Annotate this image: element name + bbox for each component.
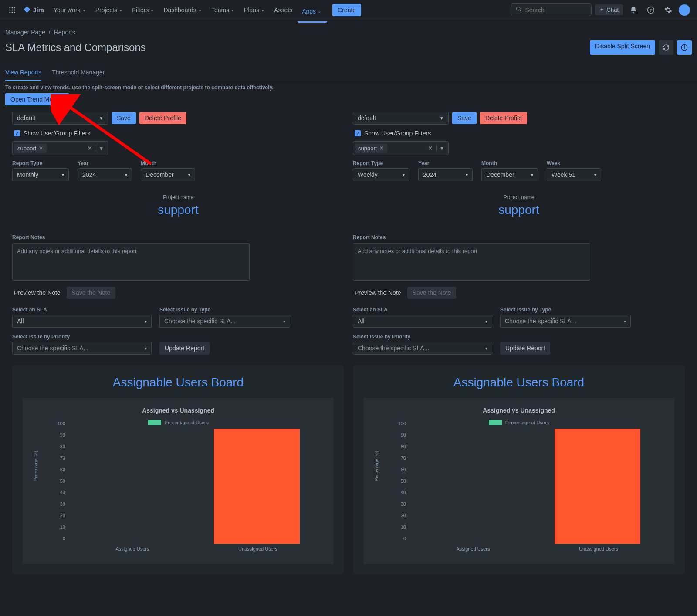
search-input[interactable]: [525, 7, 587, 14]
nav-item-filters[interactable]: Filters⌄: [128, 4, 158, 16]
app-switcher-icon[interactable]: [7, 5, 17, 15]
refresh-button[interactable]: [659, 40, 673, 55]
update-report-left[interactable]: Update Report: [159, 342, 210, 355]
tag-clear-icon[interactable]: ✕: [84, 145, 96, 152]
notes-label: Report Notes: [353, 234, 685, 240]
notes-label: Report Notes: [12, 234, 344, 240]
issue-type-select-left[interactable]: Choose the specific SLA...▾: [159, 315, 290, 328]
year-label: Year: [78, 160, 132, 166]
logo-text: Jira: [33, 7, 44, 14]
month-select-right[interactable]: December▾: [481, 168, 538, 181]
project-name-right: support: [353, 203, 685, 217]
svg-point-7: [12, 11, 13, 13]
chart-card-title: Assignable Users Board: [363, 376, 674, 389]
save-button-left[interactable]: Save: [112, 112, 136, 124]
y-tick: 0: [63, 536, 65, 541]
disable-split-button[interactable]: Disable Split Screen: [590, 40, 655, 55]
priority-select-left[interactable]: Choose the specific SLA...▾: [12, 342, 152, 355]
month-label: Month: [481, 160, 538, 166]
filter-tag-select-left[interactable]: support ✕ ✕ ▾: [12, 141, 108, 155]
breadcrumb-manager[interactable]: Manager Page: [5, 29, 45, 36]
save-button-right[interactable]: Save: [452, 112, 477, 124]
preview-note-right[interactable]: Preview the Note: [353, 287, 403, 299]
top-nav: Jira Your work⌄Projects⌄Filters⌄Dashboar…: [0, 0, 697, 20]
y-tick: 100: [58, 421, 65, 426]
info-button[interactable]: [677, 40, 692, 55]
y-tick: 30: [401, 501, 406, 507]
week-select-right[interactable]: Week 51▾: [547, 168, 601, 181]
nav-item-projects[interactable]: Projects⌄: [91, 4, 127, 16]
nav-item-your-work[interactable]: Your work⌄: [49, 4, 90, 16]
y-tick: 20: [401, 513, 406, 518]
filter-tag-select-right[interactable]: support ✕ ✕ ▾: [353, 141, 449, 155]
priority-select-right[interactable]: Choose the specific SLA...▾: [353, 342, 492, 355]
create-button[interactable]: Create: [332, 4, 361, 16]
report-type-label: Report Type: [12, 160, 69, 166]
y-tick: 30: [60, 501, 65, 507]
profile-select-left[interactable]: default ▼: [12, 112, 108, 125]
nav-item-dashboards[interactable]: Dashboards⌄: [159, 4, 206, 16]
svg-point-4: [12, 9, 13, 10]
y-tick: 20: [60, 513, 65, 518]
tag-remove-icon[interactable]: ✕: [379, 145, 384, 151]
sla-label: Select an SLA: [12, 307, 152, 313]
chevron-down-icon: ⌄: [318, 9, 321, 14]
week-label: Week: [547, 160, 601, 166]
chat-button[interactable]: ✦ Chat: [595, 4, 623, 15]
svg-point-9: [516, 7, 520, 10]
y-tick: 90: [60, 432, 65, 437]
nav-item-teams[interactable]: Teams⌄: [207, 4, 239, 16]
search-icon: [516, 6, 522, 14]
jira-logo[interactable]: Jira: [19, 6, 47, 14]
y-tick: 80: [60, 444, 65, 449]
nav-item-apps[interactable]: Apps⌄: [298, 4, 327, 23]
year-select-right[interactable]: 2024▾: [418, 168, 473, 181]
settings-icon[interactable]: [661, 3, 675, 17]
nav-item-assets[interactable]: Assets: [270, 4, 297, 16]
notes-textarea-right[interactable]: Add any notes or additional details to t…: [353, 243, 590, 281]
chevron-down-icon: ▾: [594, 173, 596, 177]
tag-clear-icon[interactable]: ✕: [424, 145, 436, 152]
chat-icon: ✦: [599, 7, 604, 13]
project-label: Project name: [353, 194, 685, 200]
page-title: SLA Metrics and Comparisons: [5, 41, 146, 54]
month-select-left[interactable]: December▾: [141, 168, 195, 181]
show-filters-checkbox-right[interactable]: ✓: [355, 130, 361, 136]
show-filters-checkbox-left[interactable]: ✓: [14, 130, 20, 136]
user-avatar[interactable]: [679, 4, 690, 16]
tab-view-reports[interactable]: View Reports: [5, 65, 41, 81]
chevron-down-icon: ⌄: [150, 7, 154, 12]
y-tick: 80: [401, 444, 406, 449]
preview-note-left[interactable]: Preview the Note: [12, 287, 62, 299]
delete-profile-button-right[interactable]: Delete Profile: [480, 112, 527, 124]
sla-select-left[interactable]: All▾: [12, 315, 152, 328]
chevron-down-icon[interactable]: ▾: [96, 145, 106, 152]
search-box[interactable]: [511, 3, 592, 16]
chevron-down-icon: ⌄: [119, 7, 122, 12]
sla-select-right[interactable]: All▾: [353, 315, 492, 328]
report-type-select-left[interactable]: Monthly▾: [12, 168, 69, 181]
x-tick: Assigned Users: [410, 546, 536, 555]
tab-threshold-manager[interactable]: Threshold Manager: [52, 65, 105, 81]
nav-item-plans[interactable]: Plans⌄: [240, 4, 269, 16]
help-icon[interactable]: ?: [644, 3, 658, 17]
profile-select-right[interactable]: default ▼: [353, 112, 449, 125]
issue-type-select-right[interactable]: Choose the specific SLA...▾: [500, 315, 631, 328]
legend-text: Percentage of Users: [505, 420, 549, 425]
notes-textarea-left[interactable]: Add any notes or additional details to t…: [12, 243, 250, 281]
breadcrumb: Manager Page / Reports: [5, 29, 692, 36]
chart-area-left: Percentage (%)0102030405060708090100Assi…: [55, 429, 321, 555]
breadcrumb-reports[interactable]: Reports: [54, 29, 75, 36]
svg-point-0: [9, 7, 10, 8]
report-type-select-right[interactable]: Weekly▾: [353, 168, 409, 181]
tag-remove-icon[interactable]: ✕: [39, 145, 43, 151]
chevron-down-icon[interactable]: ▾: [436, 145, 447, 152]
y-tick: 60: [60, 467, 65, 472]
notifications-icon[interactable]: [626, 3, 640, 17]
open-trend-button[interactable]: Open Trend Metrics: [5, 93, 69, 105]
hint-text: To create and view trends, use the split…: [0, 81, 697, 96]
y-tick: 0: [403, 536, 406, 541]
year-select-left[interactable]: 2024▾: [78, 168, 132, 181]
update-report-right[interactable]: Update Report: [500, 342, 550, 355]
delete-profile-button-left[interactable]: Delete Profile: [139, 112, 186, 124]
